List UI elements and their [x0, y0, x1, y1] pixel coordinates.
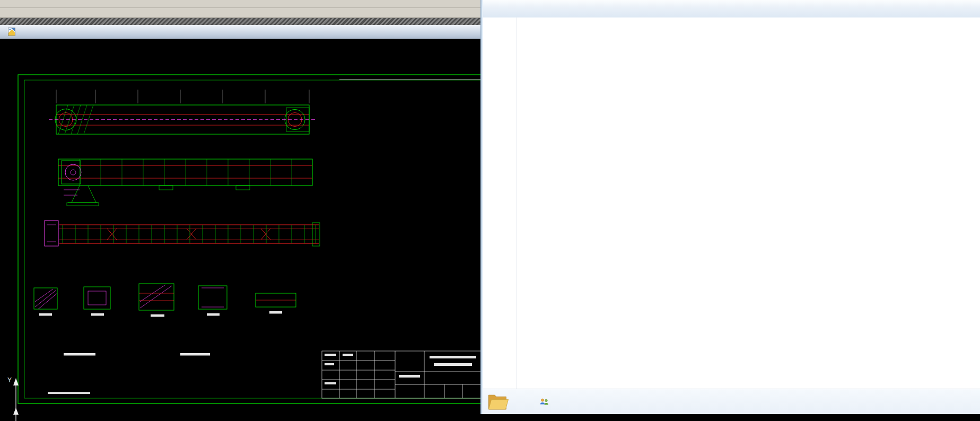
- cad-window: Y: [0, 0, 480, 421]
- folder-icon: [487, 392, 510, 411]
- status-bar: [483, 389, 980, 414]
- svg-text:Y: Y: [7, 376, 12, 384]
- section-details: [34, 284, 296, 317]
- file-list: [517, 17, 980, 389]
- explorer-command-bar: [483, 0, 980, 18]
- parts-tables: [48, 353, 210, 394]
- shared-people-icon: [539, 398, 549, 406]
- bom-table: [322, 351, 480, 398]
- cad-standard-toolbar: [0, 0, 480, 8]
- mdi-background-strip: [0, 18, 480, 25]
- cad-drawing-canvas[interactable]: Y: [0, 39, 480, 421]
- explorer-navigation-pane: [483, 17, 516, 389]
- drawing-tab-bar: [0, 25, 480, 39]
- explorer-window: [480, 0, 980, 414]
- elevation-view: [58, 159, 312, 206]
- channel-view: [45, 221, 320, 246]
- ucs-icon: Y: [7, 376, 19, 421]
- cad-dimension-toolbar: [0, 8, 480, 18]
- plan-view: [49, 90, 317, 134]
- dwg-file-icon: [7, 28, 16, 36]
- screenshot-root: Y: [0, 0, 980, 421]
